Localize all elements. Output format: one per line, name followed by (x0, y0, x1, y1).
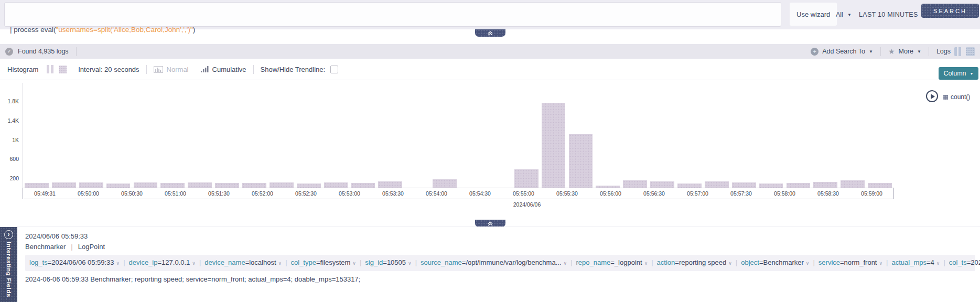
collapse-search-tab[interactable] (475, 29, 505, 37)
interesting-fields-sidebar[interactable]: › Interesting Fields (0, 227, 17, 302)
histogram-bar[interactable] (186, 83, 213, 188)
more-menu-button[interactable]: ★ More ▼ (888, 47, 921, 56)
histogram-bar[interactable] (594, 83, 621, 188)
scope-dropdown[interactable]: All ▼ (836, 0, 852, 29)
field-key[interactable]: sig_id (365, 258, 383, 266)
field-key[interactable]: col_ts (949, 258, 967, 266)
histogram-bar[interactable] (132, 83, 159, 188)
field-chevron-down-icon[interactable]: ∨ (408, 261, 412, 266)
field-chevron-down-icon[interactable]: ∨ (728, 261, 732, 266)
raw-log-line[interactable]: 2024-06-06 05:59:33 Benchmarker; reporti… (25, 275, 975, 283)
chevron-down-icon: ▼ (847, 13, 852, 17)
histogram-bar[interactable] (540, 83, 567, 188)
field-key[interactable]: service (819, 258, 840, 266)
search-button[interactable]: SEARCH (921, 4, 979, 18)
histogram-bar[interactable] (866, 83, 893, 188)
play-button[interactable] (926, 90, 938, 102)
log-field-service[interactable]: service=norm_front∨ (819, 258, 882, 266)
log-source[interactable]: Benchmarker (25, 243, 66, 251)
query-input[interactable]: | process eval("usernames=split('Alice,B… (4, 2, 781, 27)
log-field-source_name[interactable]: source_name=/opt/immune/var/log/benchma.… (421, 258, 567, 266)
log-field-object[interactable]: object=Benchmarker∨ (741, 258, 809, 266)
field-chevron-down-icon[interactable]: ∨ (936, 261, 940, 266)
field-chevron-down-icon[interactable]: ∨ (806, 261, 810, 266)
histogram-bar[interactable] (23, 83, 50, 188)
histogram-bar[interactable] (839, 83, 866, 188)
interval-label: Interval: 20 seconds (78, 66, 139, 73)
field-key[interactable]: col_type (291, 258, 316, 266)
histogram-bar[interactable] (376, 83, 404, 188)
time-range-dropdown[interactable]: LAST 10 MINUTES ▼ (859, 0, 927, 29)
log-field-col_type[interactable]: col_type=filesystem∨ (291, 258, 356, 266)
histogram-bar[interactable] (241, 83, 268, 188)
histogram-bar[interactable] (458, 83, 486, 188)
x-axis[interactable]: 05:49:3105:50:0005:50:3005:51:0005:51:30… (23, 188, 894, 199)
histogram-bar[interactable] (431, 83, 458, 188)
field-key[interactable]: actual_mps (891, 258, 926, 266)
histogram-bar[interactable] (295, 83, 322, 188)
column-view-icon[interactable] (47, 65, 53, 73)
field-key[interactable]: device_ip (129, 258, 158, 266)
grid-view-icon[interactable] (966, 47, 975, 56)
normal-histogram-icon[interactable] (154, 66, 163, 73)
trendline-checkbox[interactable] (330, 66, 338, 73)
histogram-bar[interactable] (649, 83, 676, 188)
x-tick-label: 05:53:30 (371, 188, 415, 199)
log-field-log_ts[interactable]: log_ts=2024/06/06 05:59:33∨ (29, 258, 120, 266)
field-key[interactable]: repo_name (576, 258, 610, 266)
log-field-actual_mps[interactable]: actual_mps=4∨ (891, 258, 940, 266)
histogram-bar[interactable] (567, 83, 595, 188)
histogram-bar[interactable] (621, 83, 649, 188)
log-collector[interactable]: LogPoint (78, 243, 105, 251)
list-view-icon[interactable] (954, 47, 962, 56)
field-key[interactable]: object (741, 258, 759, 266)
log-field-device_ip[interactable]: device_ip=127.0.0.1∨ (129, 258, 196, 266)
legend-swatch-icon (943, 95, 948, 100)
histogram-bar[interactable] (513, 83, 540, 188)
histogram-bar[interactable] (159, 83, 186, 188)
histogram-bar[interactable] (268, 83, 295, 188)
normal-mode-label[interactable]: Normal (167, 66, 189, 73)
field-chevron-down-icon[interactable]: ∨ (644, 261, 648, 266)
histogram-bar[interactable] (676, 83, 703, 188)
histogram-bar[interactable] (322, 83, 350, 188)
field-separator: | (415, 258, 417, 266)
histogram-bar[interactable] (213, 83, 241, 188)
cumulative-histogram-icon[interactable] (200, 66, 209, 73)
log-field-repo_name[interactable]: repo_name=_logpoint∨ (576, 258, 648, 266)
field-chevron-down-icon[interactable]: ∨ (192, 261, 196, 266)
histogram-bar[interactable] (105, 83, 132, 188)
histogram-bar[interactable] (486, 83, 513, 188)
cumulative-mode-label[interactable]: Cumulative (212, 66, 246, 73)
log-field-col_ts[interactable]: col_ts=2024/06/06 05:59:33∨ (949, 258, 980, 266)
histogram-bar[interactable] (50, 83, 78, 188)
field-key[interactable]: device_name (204, 258, 245, 266)
log-field-sig_id[interactable]: sig_id=10505∨ (365, 258, 411, 266)
collapse-chart-tab[interactable] (475, 220, 505, 227)
log-field-action[interactable]: action=reporting speed∨ (657, 258, 732, 266)
heatmap-view-icon[interactable] (59, 66, 67, 73)
histogram-bar[interactable] (785, 83, 812, 188)
log-field-device_name[interactable]: device_name=localhost∨ (204, 258, 282, 266)
histogram-bar[interactable] (350, 83, 377, 188)
field-chevron-down-icon[interactable]: ∨ (879, 261, 882, 266)
field-separator: | (123, 258, 125, 266)
histogram-bar[interactable] (812, 83, 839, 188)
field-key[interactable]: action (657, 258, 675, 266)
x-tick-label: 05:52:30 (284, 188, 328, 199)
histogram-bar[interactable] (404, 83, 431, 188)
chart-type-dropdown[interactable]: Column ▼ (939, 67, 978, 80)
field-chevron-down-icon[interactable]: ∨ (352, 261, 356, 266)
histogram-bar[interactable] (758, 83, 785, 188)
field-chevron-down-icon[interactable]: ∨ (116, 261, 120, 266)
field-chevron-down-icon[interactable]: ∨ (278, 261, 282, 266)
field-separator: | (651, 258, 653, 266)
use-wizard-button[interactable]: Use wizard (790, 3, 837, 26)
histogram-bar[interactable] (703, 83, 730, 188)
add-search-to-button[interactable]: + Add Search To ▼ (811, 48, 873, 56)
field-chevron-down-icon[interactable]: ∨ (563, 261, 567, 266)
field-key[interactable]: log_ts (29, 258, 48, 266)
histogram-bar[interactable] (730, 83, 758, 188)
field-key[interactable]: source_name (421, 258, 462, 266)
histogram-bar[interactable] (78, 83, 105, 188)
